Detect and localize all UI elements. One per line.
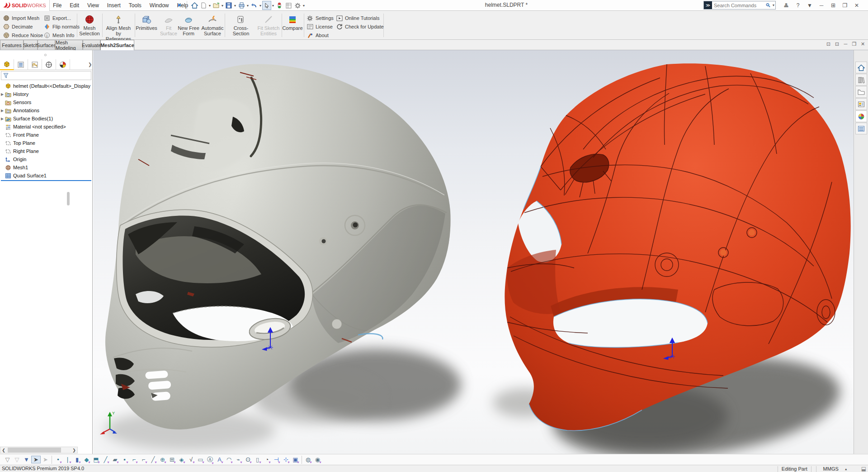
target-tool-icon[interactable]: ⊕▼: [158, 456, 167, 463]
eraser-tool-icon[interactable]: ◈▼: [177, 456, 186, 463]
scroll-right-icon[interactable]: ❯: [71, 448, 77, 453]
tree-item-surface-bodies-1-[interactable]: ▶Surface Bodies(1): [0, 114, 92, 123]
automatic-surface-button[interactable]: AutomaticSurface: [197, 14, 228, 36]
lasso-cursor-icon[interactable]: ➤: [41, 456, 50, 463]
sphere-tool-icon[interactable]: ◍▼: [303, 456, 313, 463]
plane-tool-icon[interactable]: ▰▼: [110, 456, 120, 463]
tree-item-sensors[interactable]: Sensors: [0, 98, 92, 106]
dock-button[interactable]: ⊞: [827, 2, 839, 9]
tree-item-mesh1[interactable]: Mesh1: [0, 163, 92, 172]
box-tool-icon[interactable]: ⬒▼: [91, 456, 101, 463]
tab-features[interactable]: Features: [0, 40, 24, 50]
chevron-down-icon[interactable]: ▼: [221, 4, 224, 7]
pin-icon[interactable]: ➤: [177, 2, 182, 8]
minimize-button[interactable]: ─: [816, 2, 827, 9]
undo-icon[interactable]: [250, 1, 259, 10]
expand-tabs-icon[interactable]: ❯: [88, 59, 92, 70]
tree-item-origin[interactable]: Origin: [0, 155, 92, 163]
tack-left-icon[interactable]: ⊣▼: [272, 456, 281, 463]
tree-item-right-plane[interactable]: Right Plane: [0, 147, 92, 155]
line-tool-icon[interactable]: ❘▼: [63, 456, 72, 463]
polyline-tool-icon[interactable]: ⌐▼: [139, 456, 148, 463]
helix-tool-icon[interactable]: ʘ▼: [243, 456, 253, 463]
menu-view[interactable]: View: [83, 2, 103, 9]
tree-horizontal-scrollbar[interactable]: ❮ ❯: [0, 447, 78, 453]
tree-item-top-plane[interactable]: Top Plane: [0, 139, 92, 147]
chevron-down-icon[interactable]: ▼: [271, 4, 275, 7]
spline-tool-icon[interactable]: ╱▼: [148, 456, 158, 463]
file-explorer-icon[interactable]: [855, 86, 867, 98]
tree-item-quad-surface1[interactable]: Quad Surface1: [0, 172, 92, 180]
home-icon[interactable]: [190, 1, 199, 10]
expand-arrow-icon[interactable]: ▶: [0, 117, 5, 121]
search-input[interactable]: [712, 3, 765, 8]
chevron-down-icon[interactable]: ▼: [772, 4, 775, 7]
settings-button[interactable]: Settings: [307, 14, 334, 22]
tree-filter-box[interactable]: [1, 71, 91, 80]
scrollbar-thumb[interactable]: [8, 448, 61, 453]
custom-properties-icon[interactable]: [855, 123, 867, 134]
menu-insert[interactable]: Insert: [103, 2, 125, 9]
image-tool-icon[interactable]: ▣▼: [291, 456, 300, 463]
home-icon[interactable]: [855, 62, 867, 73]
help-button[interactable]: ?: [792, 2, 804, 9]
tab-dimxpert-manager[interactable]: [42, 59, 56, 70]
user-account-icon[interactable]: 👤︎: [780, 2, 792, 9]
letter-a-tool-icon[interactable]: A▼: [215, 456, 224, 463]
menu-file[interactable]: File: [49, 2, 66, 9]
units-caret-icon[interactable]: ▲: [844, 467, 848, 471]
tree-root[interactable]: helmet (Default<<Default>_Display: [0, 82, 92, 90]
filter-clear-icon[interactable]: ▽: [3, 456, 12, 463]
scroll-left-icon[interactable]: ❮: [0, 448, 7, 453]
search-commands-box[interactable]: ≫ 🔍︎ ▼: [703, 1, 776, 10]
chevron-down-icon[interactable]: ▼: [259, 4, 262, 7]
decimate-button[interactable]: Decimate: [3, 23, 33, 30]
anchor-tool-icon[interactable]: ⌁▼: [234, 456, 243, 463]
expand-arrow-icon[interactable]: ▶: [0, 92, 5, 96]
compare-button[interactable]: Compare: [277, 14, 308, 31]
doc-minimize-button[interactable]: ─: [841, 41, 850, 47]
panel-handle[interactable]: [44, 54, 47, 56]
menu-window[interactable]: Window: [146, 2, 173, 9]
save-icon[interactable]: [224, 1, 233, 10]
textbox-tool-icon[interactable]: ▭▼: [196, 456, 205, 463]
mesh-selection-button[interactable]: MeshSelection: [74, 14, 105, 36]
tab-mesh-modeling[interactable]: Mesh Modeling: [55, 40, 83, 50]
online-tutorials-button[interactable]: Online Tutorials: [336, 14, 379, 22]
chevron-down-icon[interactable]: ▼: [246, 4, 250, 7]
rect-tool-icon[interactable]: ▮▼: [72, 456, 82, 463]
splitter-handle[interactable]: [67, 192, 70, 205]
tab-mesh2surface[interactable]: Mesh2Surface: [100, 40, 134, 50]
filter-faded-icon[interactable]: ▽: [12, 456, 22, 463]
tab-feature-tree[interactable]: [0, 59, 14, 70]
units-selector[interactable]: MMGS: [817, 466, 844, 472]
menu-edit[interactable]: Edit: [66, 2, 83, 9]
doc-close-button[interactable]: ✕: [859, 41, 867, 47]
view-palette-icon[interactable]: [855, 98, 867, 110]
library-icon[interactable]: [855, 74, 867, 86]
mesh-info-button[interactable]: iMesh Info: [43, 32, 74, 39]
chevron-down-icon[interactable]: ▼: [804, 2, 816, 9]
select-cursor-icon[interactable]: ➤: [31, 456, 41, 463]
print-icon[interactable]: [237, 1, 246, 10]
chevron-down-icon[interactable]: ▼: [208, 4, 212, 7]
point-tool-icon[interactable]: •▼: [53, 456, 63, 463]
new-document-icon[interactable]: [199, 1, 208, 10]
filter-stack-icon[interactable]: ▼: [22, 456, 31, 463]
restore-button[interactable]: ❐: [839, 2, 851, 9]
reduce-noise-button[interactable]: Reduce Noise: [3, 32, 43, 39]
tree-item-material-not-specified-[interactable]: Material <not specified>: [0, 123, 92, 131]
options-grid-icon[interactable]: [284, 1, 293, 10]
diamond-tool-icon[interactable]: ◆▼: [82, 456, 91, 463]
check-for-update-button[interactable]: Check for Update: [336, 23, 384, 30]
corner-tool-icon[interactable]: ⌐▼: [129, 456, 139, 463]
license-button[interactable]: License: [307, 23, 333, 30]
curve-tool-icon[interactable]: ◠▼: [224, 456, 234, 463]
open-icon[interactable]: [212, 1, 221, 10]
select-cursor-icon[interactable]: [262, 1, 271, 10]
import-mesh-button[interactable]: Import Mesh: [3, 14, 39, 22]
pane-left-icon[interactable]: ⊡: [824, 41, 833, 47]
pie-tool-icon[interactable]: ◔▼: [262, 456, 272, 463]
doc-a-tool-icon[interactable]: ▯▼: [253, 456, 262, 463]
settings-gear-icon[interactable]: [293, 1, 302, 10]
